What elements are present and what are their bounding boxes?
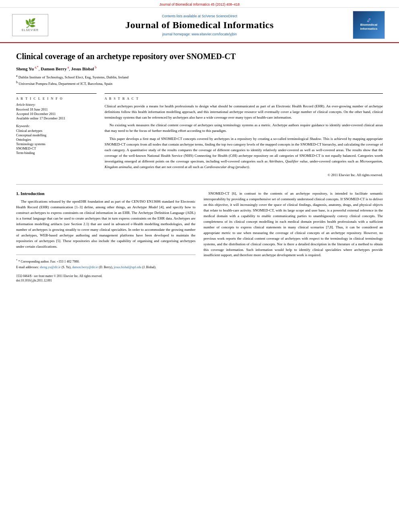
- keywords-label: Keywords:: [16, 124, 97, 128]
- footnote-corresponding: * * Corresponding author. Fax: +353 1 40…: [16, 258, 195, 264]
- keyword-3: Ontologies: [16, 138, 97, 142]
- affil-1-letter: a: [16, 74, 18, 78]
- intro-left-col: 1. Introduction The specifications relea…: [16, 191, 195, 283]
- sciverse-prefix: Contents lists available at: [162, 14, 202, 18]
- article-info-column: A R T I C L E I N F O Article history: R…: [16, 93, 97, 178]
- article-content: Clinical coverage of an archetype reposi…: [0, 43, 399, 291]
- banner-center: Contents lists available at SciVerse Sci…: [52, 14, 347, 36]
- abstract-header: A B S T R A C T: [105, 97, 383, 101]
- affiliations: a Dublin Institute of Technology, School…: [16, 74, 383, 87]
- journal-citation-bar: Journal of Biomedical Informatics 45 (20…: [0, 0, 399, 8]
- footnotes-area: * * Corresponding author. Fax: +353 1 40…: [16, 255, 195, 270]
- sciverse-link-text[interactable]: SciVerse ScienceDirect: [202, 14, 237, 18]
- email-sy-attr: (S. Yu),: [61, 265, 72, 269]
- tree-icon: 🌿: [25, 19, 36, 28]
- affil-2-letter: b: [16, 80, 18, 84]
- abstract-text: Clinical archetypes provide a means for …: [105, 104, 383, 178]
- affil-2: b Universitat Pompeu Fabra, Department o…: [16, 80, 383, 87]
- keyword-4: Terminology systems: [16, 142, 97, 146]
- sciverse-line: Contents lists available at SciVerse Sci…: [52, 14, 347, 18]
- abstract-para-2: No existing work measures the clinical c…: [105, 123, 383, 134]
- email-db[interactable]: damon.berry@dit.ie: [72, 265, 98, 269]
- keyword-1: Clinical archetypes: [16, 129, 97, 133]
- abstract-column: A B S T R A C T Clinical archetypes prov…: [105, 93, 383, 178]
- author-3-super: b: [94, 66, 97, 69]
- intro-right-body: SNOMED-CT [6], in contrast to the conten…: [204, 191, 383, 258]
- intro-left-body: The specifications released by the openE…: [16, 199, 195, 249]
- article-title: Clinical coverage of an archetype reposi…: [16, 51, 383, 62]
- author-3-name: Jesus Bisbal: [71, 66, 94, 71]
- intro-left-para-1: The specifications released by the openE…: [16, 199, 195, 249]
- accepted-date: Accepted 10 December 2011: [16, 112, 97, 116]
- section-divider-1: [16, 184, 383, 185]
- available-date: Available online 17 December 2011: [16, 116, 97, 120]
- affil-2-text: Universitat Pompeu Fabra, Department of …: [19, 82, 112, 86]
- cover-label-text: 🧬BiomedicalInformatics: [360, 18, 377, 31]
- author-2-name: Damon Berry: [41, 66, 66, 71]
- elsevier-logo: 🌿 ELSEVIER: [12, 14, 48, 36]
- journal-homepage-line: journal homepage: www.elsevier.com/locat…: [52, 32, 347, 36]
- footnote-corresponding-text: * Corresponding author. Fax: +353 1 402 …: [19, 259, 80, 263]
- doi-line: doi:10.1016/j.jbi.2011.12.001: [16, 278, 195, 283]
- journal-cover-thumbnail: 🧬BiomedicalInformatics: [353, 11, 385, 39]
- author-1-name: Sheng Yu: [16, 66, 34, 71]
- abstract-para-3: This paper develops a first map of SNOME…: [105, 136, 383, 170]
- footnote-star: *: [16, 259, 18, 262]
- elsevier-text: ELSEVIER: [22, 29, 39, 31]
- email-jb[interactable]: jesus.bishal@upf.edu: [114, 265, 142, 269]
- email-addresses[interactable]: sheng.yu@dit.ie: [40, 265, 61, 269]
- elsevier-logo-area: 🌿 ELSEVIER: [8, 14, 52, 36]
- affil-1: a Dublin Institute of Technology, School…: [16, 74, 383, 80]
- keyword-2: Conceptual modelling: [16, 133, 97, 137]
- keyword-6: Term-binding: [16, 151, 97, 155]
- copyright-line: © 2011 Elsevier Inc. All rights reserved…: [105, 173, 383, 178]
- email-label: E-mail addresses:: [16, 265, 39, 269]
- professionals-word: professionals: [175, 104, 194, 108]
- article-info-abstract-row: A R T I C L E I N F O Article history: R…: [16, 93, 383, 178]
- received-date: Received 18 June 2011: [16, 107, 97, 111]
- issn-line: 1532-0464/$ - see front matter © 2011 El…: [16, 274, 195, 278]
- email-jb-attr: (J. Bisbal).: [142, 265, 156, 269]
- introduction-section: 1. Introduction The specifications relea…: [16, 191, 383, 283]
- journal-title: Journal of Biomedical Informatics: [52, 20, 347, 31]
- intro-right-col: SNOMED-CT [6], in contrast to the conten…: [204, 191, 383, 283]
- authors-line: Sheng Yu a,*, Damon Berry a, Jesus Bisba…: [16, 66, 383, 71]
- intro-right-para-1: SNOMED-CT [6], in contrast to the conten…: [204, 191, 383, 258]
- abstract-para-1: Clinical archetypes provide a means for …: [105, 104, 383, 121]
- journal-cover-thumb-area: 🧬BiomedicalInformatics: [347, 11, 391, 39]
- journal-citation-text: Journal of Biomedical Informatics 45 (20…: [159, 2, 239, 6]
- homepage-prefix: journal homepage:: [162, 32, 191, 36]
- keyword-5: SNOMED-CT: [16, 146, 97, 150]
- history-label: Article history:: [16, 103, 97, 107]
- author-1-super: a,*: [34, 66, 39, 69]
- affil-1-text: Dublin Institute of Technology, School E…: [19, 75, 129, 79]
- homepage-link[interactable]: www.elsevier.com/locate/yjbin: [191, 32, 237, 36]
- introduction-heading: 1. Introduction: [16, 191, 195, 196]
- journal-banner: 🌿 ELSEVIER Contents lists available at S…: [0, 8, 399, 43]
- bottom-info: 1532-0464/$ - see front matter © 2011 El…: [16, 274, 195, 283]
- footnote-emails: E-mail addresses: sheng.yu@dit.ie (S. Yu…: [16, 265, 195, 270]
- keywords-section: Keywords: Clinical archetypes Conceptual…: [16, 124, 97, 155]
- article-info-header: A R T I C L E I N F O: [16, 97, 97, 101]
- email-db-attr: (D. Berry),: [98, 265, 114, 269]
